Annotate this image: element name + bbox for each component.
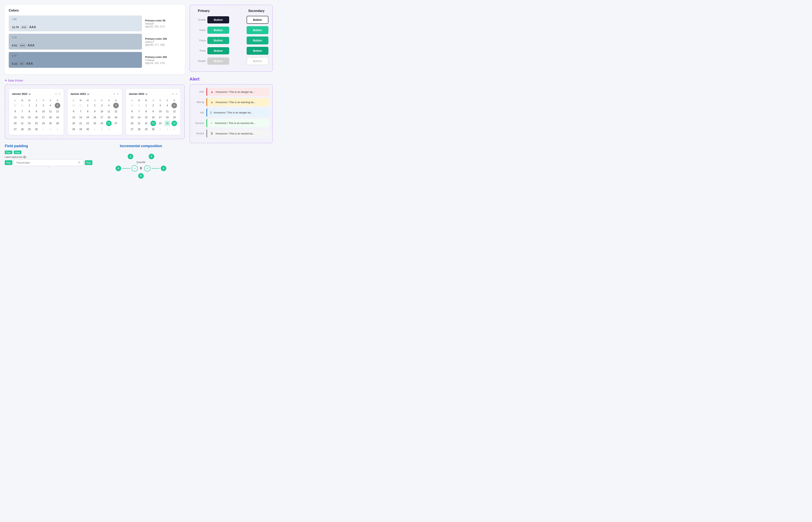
cal-day[interactable]: 9 (92, 109, 98, 114)
cal-day[interactable]: 18 (47, 115, 53, 120)
cal-day[interactable]: 15 (85, 115, 90, 120)
cal-3-month-btn[interactable]: Janvier 2023 (129, 93, 147, 95)
cal-day[interactable]: 15 (26, 115, 32, 120)
cal-day[interactable]: 13 (71, 115, 76, 120)
cal-day[interactable]: 22 (85, 121, 90, 126)
cal-day[interactable]: 28 (19, 126, 25, 132)
cal-day[interactable]: 31 (137, 103, 142, 108)
cal-1-month-btn[interactable]: Janvier 2023 (12, 93, 30, 95)
cal-day[interactable]: 7 (137, 109, 142, 114)
cal-day[interactable]: 1 (92, 126, 98, 132)
eye-icon[interactable]: 👁 (78, 161, 81, 164)
cal-day[interactable]: 13 (13, 115, 18, 120)
cal-day[interactable]: 6 (129, 109, 135, 114)
secondary-focus-btn[interactable]: Button (247, 37, 268, 44)
inc-node-4[interactable]: 4 (116, 166, 121, 171)
cal-day[interactable]: 20 (71, 121, 76, 126)
cal-day[interactable]: 9 (150, 109, 156, 114)
cal-day[interactable]: 21 (137, 121, 142, 126)
cal-day[interactable]: 17 (99, 115, 105, 120)
cal-day[interactable]: 1 (26, 103, 32, 108)
cal-day[interactable]: 4 (165, 103, 170, 108)
cal-day[interactable]: 15 (143, 115, 149, 120)
cal-2-next-btn[interactable]: › (117, 92, 119, 96)
inc-plus-btn[interactable]: + (144, 165, 150, 172)
cal-day[interactable]: 6 (71, 109, 76, 114)
secondary-hover-btn[interactable]: Button (247, 26, 268, 34)
cal-day[interactable]: 10 (99, 109, 105, 114)
cal-day[interactable]: 8 (143, 109, 149, 114)
cal-day[interactable]: 3 (99, 103, 105, 108)
cal-day[interactable]: 14 (19, 115, 25, 120)
cal-day[interactable]: 16 (92, 115, 98, 120)
cal-day[interactable]: 31 (19, 103, 25, 108)
cal-day[interactable]: 10 (158, 109, 163, 114)
cal-2-prev-btn[interactable]: ‹ (113, 92, 116, 96)
cal-day[interactable]: 30 (85, 126, 90, 132)
cal-day[interactable]: 3 (106, 126, 111, 132)
cal-day[interactable]: 1 (41, 126, 46, 132)
cal-day[interactable]: 12 (171, 109, 177, 114)
cal-day[interactable]: 19 (113, 115, 119, 120)
cal-day[interactable]: 31 (78, 103, 83, 108)
cal-day[interactable]: 8 (85, 109, 90, 114)
cal-day[interactable]: 27 (129, 126, 135, 132)
cal-day[interactable]: 12 (113, 109, 119, 114)
cal-day[interactable]: 27 (13, 126, 18, 132)
cal-day[interactable]: 11 (106, 109, 111, 114)
cal-day[interactable]: 2 (34, 103, 39, 108)
cal-day[interactable]: 23 (92, 121, 98, 126)
cal-day[interactable]: 3 (171, 126, 177, 132)
cal-day[interactable]: 27 (113, 121, 119, 126)
cal-day[interactable]: 24 (99, 121, 105, 126)
cal-day[interactable]: 26 (55, 121, 60, 126)
cal-day[interactable]: 7 (19, 109, 25, 114)
cal-day[interactable]: 9 (34, 109, 39, 114)
cal-day-range-end[interactable]: 26 (171, 121, 177, 126)
cal-day[interactable]: 3 (55, 126, 60, 132)
cal-day-in-range[interactable]: 25 (165, 121, 170, 126)
cal-day[interactable]: 10 (41, 109, 46, 114)
primary-press-btn[interactable]: Button (207, 47, 229, 54)
cal-day[interactable]: 22 (26, 121, 32, 126)
cal-day[interactable]: 13 (129, 115, 135, 120)
primary-enable-btn[interactable]: Button (207, 16, 229, 23)
cal-1-next-btn[interactable]: › (58, 92, 61, 96)
cal-day[interactable]: 14 (78, 115, 83, 120)
cal-day[interactable]: 1 (143, 103, 149, 108)
cal-day[interactable]: 19 (171, 115, 177, 120)
cal-day[interactable]: 17 (158, 115, 163, 120)
inc-minus-btn[interactable]: − (131, 165, 138, 172)
cal-day[interactable]: 24 (158, 121, 163, 126)
cal-day[interactable]: 30 (71, 103, 76, 108)
cal-day[interactable]: 19 (55, 115, 60, 120)
cal-day[interactable]: 11 (47, 109, 53, 114)
cal-day[interactable]: 11 (165, 109, 170, 114)
cal-day[interactable]: 3 (158, 103, 163, 108)
inc-node-2[interactable]: 2 (149, 154, 154, 159)
cal-day[interactable]: 12 (55, 109, 60, 114)
primary-focus-btn[interactable]: Button (207, 37, 229, 44)
cal-3-prev-btn[interactable]: ‹ (171, 92, 174, 96)
cal-day[interactable]: 17 (41, 115, 46, 120)
cal-day[interactable]: 1 (158, 126, 163, 132)
cal-day[interactable]: 20 (13, 121, 18, 126)
cal-day-selected[interactable]: 5 (113, 103, 119, 108)
secondary-enable-btn[interactable]: Button (247, 16, 268, 24)
cal-day[interactable]: 21 (78, 121, 83, 126)
cal-day-selected[interactable]: 5 (171, 103, 177, 108)
cal-3-next-btn[interactable]: › (175, 92, 178, 96)
cal-day[interactable]: 30 (34, 126, 39, 132)
cal-day[interactable]: 2 (99, 126, 105, 132)
cal-day-range-start[interactable]: 23 (150, 121, 156, 126)
cal-day[interactable]: 28 (137, 126, 142, 132)
cal-day[interactable]: 25 (47, 121, 53, 126)
inc-node-3[interactable]: 3 (161, 166, 166, 171)
cal-day[interactable]: 29 (78, 126, 83, 132)
cal-day[interactable]: 22 (143, 121, 149, 126)
cal-day[interactable]: 30 (150, 126, 156, 132)
cal-day[interactable]: 23 (34, 121, 39, 126)
cal-day[interactable]: 20 (129, 121, 135, 126)
cal-1-prev-btn[interactable]: ‹ (55, 92, 57, 96)
cal-day[interactable]: 29 (26, 126, 32, 132)
